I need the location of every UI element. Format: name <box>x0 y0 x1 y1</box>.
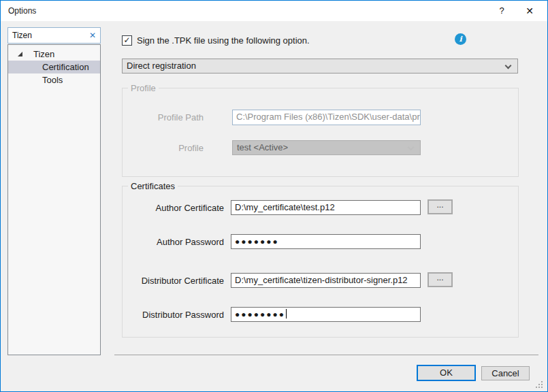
profile-group: Profile <box>122 88 519 177</box>
close-icon[interactable]: ✕ <box>515 1 544 21</box>
profile-path-value: C:\Program Files (x86)\Tizen\SDK\user-da… <box>236 112 421 122</box>
author-certificate-label: Author Certificate <box>122 203 224 213</box>
profile-label: Profile <box>101 143 204 153</box>
author-password-label: Author Password <box>122 237 224 247</box>
distributor-certificate-browse-button[interactable]: ... <box>428 272 453 287</box>
author-password-value: ●●●●●●● <box>235 237 279 246</box>
author-certificate-value: D:\my_certificate\test.p12 <box>235 202 335 212</box>
author-password-field[interactable]: ●●●●●●● <box>231 234 421 249</box>
options-tree: Tizen Certification Tools <box>7 44 101 355</box>
dropdown-value: Direct registration <box>127 61 196 71</box>
search-value: Tizen <box>12 28 32 43</box>
tree-item-tizen[interactable]: Tizen <box>8 48 100 61</box>
tree-item-label: Tools <box>42 74 63 86</box>
author-certificate-field[interactable]: D:\my_certificate\test.p12 <box>231 200 421 215</box>
distributor-certificate-field[interactable]: D:\my_certificate\tizen-distributor-sign… <box>231 273 421 288</box>
help-button[interactable]: ? <box>489 1 514 21</box>
profile-path-label: Profile Path <box>101 112 204 122</box>
window-title: Options <box>8 1 36 21</box>
profile-path-field[interactable]: C:\Program Files (x86)\Tizen\SDK\user-da… <box>232 110 421 125</box>
tree-expander-icon[interactable] <box>18 52 22 56</box>
chevron-down-icon <box>505 63 512 69</box>
registration-type-dropdown[interactable]: Direct registration <box>122 59 518 74</box>
certificates-group-title: Certificates <box>128 181 178 191</box>
footer-separator <box>114 355 538 355</box>
info-icon[interactable]: i <box>455 33 466 45</box>
cancel-button[interactable]: Cancel <box>481 366 530 380</box>
distributor-password-field[interactable]: ●●●●●●●● <box>231 307 421 322</box>
author-certificate-browse-button[interactable]: ... <box>428 199 453 214</box>
distributor-password-label: Distributor Password <box>122 310 224 320</box>
dropdown-value: test <Active> <box>237 142 288 152</box>
tree-item-label: Tizen <box>33 48 54 61</box>
profile-dropdown[interactable]: test <Active> <box>232 140 421 155</box>
distributor-password-value: ●●●●●●●● <box>235 310 285 319</box>
search-input[interactable]: Tizen ✕ <box>7 27 101 44</box>
sign-tpk-label[interactable]: Sign the .TPK file using the following o… <box>137 35 310 46</box>
chevron-down-icon <box>408 144 415 151</box>
clear-search-icon[interactable]: ✕ <box>89 28 96 43</box>
tree-item-tools[interactable]: Tools <box>8 74 100 86</box>
distributor-certificate-value: D:\my_certificate\tizen-distributor-sign… <box>235 275 408 285</box>
tree-item-certification[interactable]: Certification <box>8 61 100 74</box>
options-dialog: Options ? ✕ Tizen ✕ Tizen Certification … <box>0 0 548 392</box>
checkmark-icon: ✓ <box>123 35 130 45</box>
tree-item-label: Certification <box>42 61 89 74</box>
sign-tpk-checkbox[interactable]: ✓ <box>122 35 132 46</box>
distributor-certificate-label: Distributor Certificate <box>122 276 224 286</box>
profile-group-title: Profile <box>128 83 159 93</box>
ok-button[interactable]: OK <box>417 365 476 381</box>
text-caret <box>286 309 287 318</box>
resize-grip[interactable] <box>536 381 544 389</box>
titlebar[interactable]: Options ? ✕ <box>1 1 547 21</box>
